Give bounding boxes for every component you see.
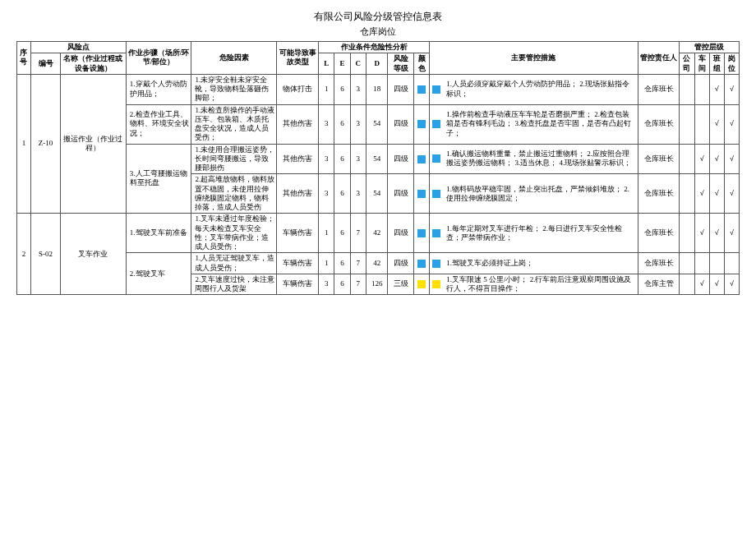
page-subtitle: 仓库岗位 [16, 25, 740, 38]
table-row: 3.人工弯腰搬运物料至托盘 1.未使用合理搬运姿势，长时间弯腰搬运，导致腰部损伤… [17, 144, 740, 174]
hdr-D: D [366, 53, 388, 75]
color-swatch [432, 280, 440, 288]
hdr-code: 编号 [30, 53, 60, 75]
hdr-analysis: 作业条件危险性分析 [318, 42, 429, 53]
hdr-steps: 作业步骤（场所/环节/部位） [126, 42, 191, 75]
hdr-responsible: 管控责任人 [638, 42, 680, 75]
cell-factor: 1.叉车未通过年度检验；每天未检查叉车安全性；叉车带病作业；造成人员受伤； [191, 214, 277, 253]
color-swatch [417, 280, 426, 288]
cell-lvl: 四级 [388, 74, 413, 104]
table-row: 1 Z-10 搬运作业（作业过程） 1.穿戴个人劳动防护用品； 1.未穿安全鞋未… [17, 74, 740, 104]
color-swatch [432, 85, 440, 94]
cell-E: 6 [334, 74, 350, 104]
hdr-t3: 班组 [709, 53, 724, 75]
cell-L: 1 [318, 74, 334, 104]
cell-factor: 1.未检查所操作的手动液压车、包装箱、木质托盘安全状况，造成人员受伤； [191, 104, 277, 144]
table-row: 2.检查作业工具、物料、环境安全状况； 1.未检查所操作的手动液压车、包装箱、木… [17, 104, 740, 144]
cell-factor: 1.人员无证驾驶叉车，造成人员受伤； [191, 253, 277, 274]
hdr-measures: 主要管控措施 [430, 42, 638, 75]
hdr-L: L [318, 53, 334, 75]
color-swatch [432, 120, 440, 128]
color-swatch [432, 190, 440, 198]
cell-step: 2.驾驶叉车 [126, 253, 191, 295]
table-row: 2 S-02 叉车作业 1.驾驶叉车前准备 1.叉车未通过年度检验；每天未检查叉… [17, 214, 740, 253]
hdr-C: C [350, 53, 366, 75]
cell-code: Z-10 [30, 74, 60, 214]
color-swatch [417, 120, 426, 128]
cell-tier-3: √ [709, 74, 724, 104]
hdr-level: 风险等级 [388, 53, 413, 75]
color-swatch [432, 154, 440, 163]
color-swatch [417, 229, 426, 237]
cell-seq: 1 [17, 74, 31, 214]
cell-acc: 其他伤害 [277, 104, 319, 144]
color-swatch [432, 229, 440, 237]
hdr-factors: 危险因素 [191, 42, 277, 75]
color-swatch [432, 260, 440, 268]
risk-table: 序号 风险点 作业步骤（场所/环节/部位） 危险因素 可能导致事故类型 作业条件… [16, 41, 740, 295]
hdr-t2: 车间 [694, 53, 709, 75]
cell-factor: 2.超高堆放物料，物料放置不稳固，未使用拉伸缠绕膜固定物料，物料掉落，造成人员受… [191, 174, 277, 214]
cell-D: 18 [366, 74, 388, 104]
color-swatch [417, 190, 426, 198]
hdr-accident: 可能导致事故类型 [277, 42, 319, 75]
hdr-ctrl-level: 管控层级 [680, 42, 740, 53]
cell-meas: 1.人员必须穿戴穿戴个人劳动防护用品； 2.现场张贴指令标识； [430, 74, 638, 104]
cell-acc: 物体打击 [277, 74, 319, 104]
hdr-t1: 公司 [680, 53, 694, 75]
hdr-seq: 序号 [17, 42, 31, 75]
cell-step: 1.穿戴个人劳动防护用品； [126, 74, 191, 104]
cell-code: S-02 [30, 214, 60, 295]
color-swatch [417, 260, 426, 268]
cell-tier-4: √ [724, 74, 739, 104]
page-title: 有限公司风险分级管控信息表 [16, 10, 740, 24]
cell-factor: 1.未穿安全鞋未穿安全靴，导致物料坠落砸伤脚部； [191, 74, 277, 104]
cell-factor: 1.未使用合理搬运姿势，长时间弯腰搬运，导致腰部损伤 [191, 144, 277, 174]
color-swatch [417, 155, 426, 163]
cell-step: 1.驾驶叉车前准备 [126, 214, 191, 253]
cell-name: 搬运作业（作业过程） [61, 74, 127, 214]
cell-C: 3 [350, 74, 366, 104]
cell-resp: 仓库班长 [638, 74, 680, 104]
cell-step: 3.人工弯腰搬运物料至托盘 [126, 144, 191, 214]
hdr-t4: 岗位 [724, 53, 739, 75]
hdr-color: 颜色 [413, 53, 429, 75]
hdr-E: E [334, 53, 350, 75]
cell-tier-1 [680, 74, 694, 104]
cell-tier-2 [694, 74, 709, 104]
cell-factor: 2.叉车速度过快，未注意周围行人及货架 [191, 274, 277, 295]
hdr-name: 名称（作业过程或设备设施） [61, 53, 127, 75]
cell-name: 叉车作业 [61, 214, 127, 295]
cell-step: 2.检查作业工具、物料、环境安全状况； [126, 104, 191, 144]
color-swatch [417, 85, 426, 94]
cell-clr [413, 74, 429, 104]
table-row: 2.驾驶叉车 1.人员无证驾驶叉车，造成人员受伤； 车辆伤害 1 6 7 42 … [17, 253, 740, 274]
hdr-risk-point: 风险点 [30, 42, 126, 53]
cell-seq: 2 [17, 214, 31, 295]
